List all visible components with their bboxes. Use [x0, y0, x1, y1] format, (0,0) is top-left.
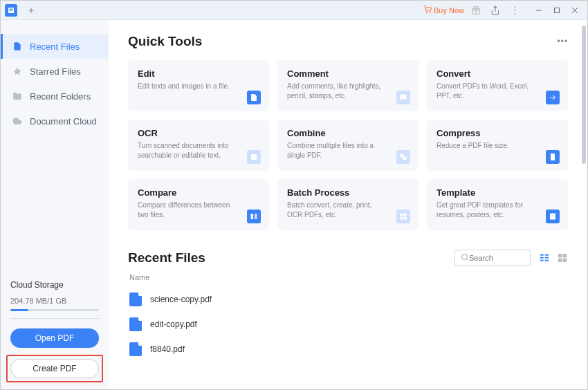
list-view-button[interactable]	[539, 252, 550, 263]
search-icon	[461, 252, 469, 264]
svg-rect-29	[540, 260, 544, 261]
svg-rect-27	[540, 254, 544, 256]
search-box[interactable]	[454, 250, 531, 266]
svg-rect-16	[251, 214, 254, 219]
tool-desc: Add comments, like highlights, pencil, s…	[287, 82, 384, 101]
batch-icon	[396, 210, 410, 223]
svg-rect-34	[563, 254, 567, 257]
storage-title: Cloud Storage	[10, 280, 99, 290]
column-name-header: Name	[128, 273, 568, 281]
sidebar-item-label: Recent Files	[30, 41, 80, 52]
search-input[interactable]	[469, 254, 524, 262]
tool-convert[interactable]: Convert Convert PDFs to Word, Excel, PPT…	[427, 60, 568, 111]
tool-template[interactable]: Template Get great PDF templates for res…	[427, 179, 568, 230]
buy-now-label: Buy Now	[434, 6, 464, 15]
pdf-file-icon	[129, 292, 142, 306]
combine-icon	[396, 150, 410, 164]
svg-rect-2	[10, 10, 13, 10]
svg-rect-15	[551, 154, 555, 160]
tool-desc: Turn scanned documents into searchable o…	[138, 141, 235, 160]
new-tab-button[interactable]: +	[23, 4, 39, 17]
recent-files-title: Recent Files	[128, 250, 205, 266]
tool-desc: Batch convert, create, print, OCR PDFs, …	[287, 201, 384, 220]
file-name: f8840.pdf	[150, 344, 185, 354]
pdf-file-icon	[129, 342, 142, 356]
sidebar-item-label: Document Cloud	[30, 116, 97, 127]
tools-grid: Edit Edit texts and images in a file. Co…	[128, 60, 568, 230]
grid-view-button[interactable]	[557, 252, 568, 263]
storage-usage: 204.78 MB/1 GB	[10, 297, 99, 305]
svg-rect-31	[545, 257, 549, 259]
svg-rect-30	[545, 254, 549, 256]
create-pdf-button[interactable]: Create PDF	[10, 359, 99, 378]
buy-now-link[interactable]: Buy Now	[423, 6, 464, 15]
svg-rect-17	[255, 214, 257, 219]
svg-rect-33	[558, 254, 562, 257]
maximize-button[interactable]	[549, 3, 565, 18]
sidebar-item-label: Starred Files	[30, 66, 81, 77]
storage-progress	[10, 309, 99, 311]
tool-title: Compare	[138, 187, 259, 198]
sidebar-item-document-cloud[interactable]: Document Cloud	[1, 109, 109, 133]
svg-marker-10	[13, 67, 21, 75]
app-logo	[5, 4, 17, 17]
close-button[interactable]	[567, 3, 583, 18]
file-item[interactable]: f8840.pdf	[128, 337, 568, 362]
sidebar: Recent Files Starred Files Recent Folder…	[1, 20, 109, 389]
tool-batch[interactable]: Batch Process Batch convert, create, pri…	[277, 179, 419, 230]
file-item[interactable]: edit-copy.pdf	[128, 312, 568, 337]
tool-title: Edit	[138, 68, 259, 79]
kebab-menu-icon[interactable]: ⋮	[507, 3, 522, 18]
tool-desc: Reduce a PDF file size.	[437, 141, 533, 151]
tool-title: Template	[437, 187, 558, 198]
sidebar-item-recent-files[interactable]: Recent Files	[1, 34, 109, 59]
svg-rect-19	[404, 214, 407, 216]
comment-icon	[396, 91, 410, 104]
tool-title: Comment	[287, 68, 409, 79]
tool-desc: Compare differences between two files.	[138, 201, 235, 220]
pdf-file-icon	[129, 317, 142, 331]
file-name: edit-copy.pdf	[150, 319, 197, 329]
ocr-icon: T	[247, 150, 261, 164]
file-item[interactable]: science-copy.pdf	[128, 287, 568, 312]
tool-desc: Edit texts and images in a file.	[138, 82, 235, 91]
gift-icon[interactable]	[468, 3, 484, 18]
minimize-button[interactable]	[531, 3, 547, 18]
share-icon[interactable]	[488, 3, 503, 18]
svg-text:T: T	[252, 155, 255, 159]
tool-edit[interactable]: Edit Edit texts and images in a file.	[128, 60, 269, 111]
edit-icon	[247, 91, 261, 104]
cloud-icon	[12, 115, 23, 127]
sidebar-item-starred-files[interactable]: Starred Files	[1, 59, 109, 84]
svg-rect-7	[555, 8, 560, 12]
svg-rect-20	[401, 217, 403, 220]
scrollbar[interactable]	[582, 26, 586, 164]
tool-ocr[interactable]: OCR Turn scanned documents into searchab…	[128, 120, 269, 171]
open-pdf-button[interactable]: Open PDF	[10, 328, 99, 348]
svg-rect-14	[403, 157, 407, 160]
tool-compare[interactable]: Compare Compare differences between two …	[128, 179, 269, 230]
tool-title: OCR	[138, 128, 259, 138]
tool-combine[interactable]: Combine Combine multiple files into a si…	[277, 120, 419, 171]
compress-icon	[546, 150, 560, 164]
svg-line-26	[466, 259, 468, 260]
tool-desc: Get great PDF templates for resumes, pos…	[437, 201, 533, 220]
file-icon	[12, 41, 23, 52]
tool-comment[interactable]: Comment Add comments, like highlights, p…	[277, 60, 419, 111]
tool-compress[interactable]: Compress Reduce a PDF file size.	[427, 120, 568, 171]
svg-rect-1	[10, 8, 13, 9]
svg-point-3	[426, 12, 427, 13]
compare-icon	[247, 210, 261, 223]
svg-rect-36	[563, 259, 567, 262]
sidebar-item-recent-folders[interactable]: Recent Folders	[1, 84, 109, 109]
quick-tools-more-icon[interactable]: •••	[557, 37, 568, 46]
titlebar: + Buy Now ⋮	[1, 1, 587, 20]
tool-title: Convert	[437, 68, 558, 79]
file-name: science-copy.pdf	[150, 295, 212, 304]
content-area: Quick Tools ••• Edit Edit texts and imag…	[109, 20, 587, 389]
folder-icon	[12, 91, 23, 102]
template-icon	[546, 210, 560, 223]
quick-tools-title: Quick Tools	[128, 34, 202, 49]
tool-desc: Combine multiple files into a single PDF…	[287, 141, 384, 160]
tool-title: Batch Process	[287, 187, 409, 198]
